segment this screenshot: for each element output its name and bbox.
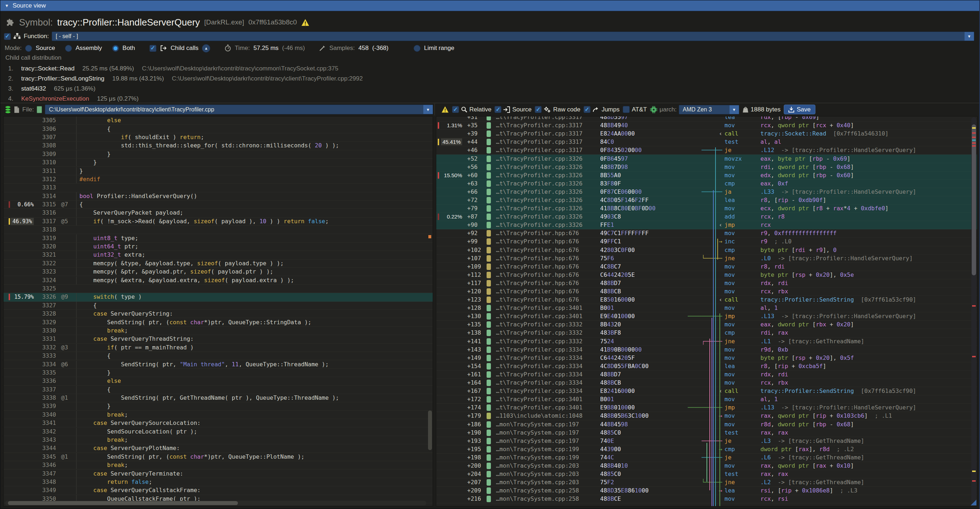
asm-offset[interactable]: +52 — [464, 155, 487, 163]
line-number[interactable]: 3308 — [37, 142, 56, 150]
asm-offset[interactable]: +31 — [464, 116, 487, 121]
asm-offset[interactable]: +174 — [464, 404, 487, 412]
asm-instruction-row[interactable]: 0.22%+87…t\TracyProfiler.cpp:33264903C8a… — [436, 213, 977, 221]
source-line[interactable]: 3344 case ServerQueryPlotName: — [3, 444, 433, 453]
asm-source-location[interactable]: …t\TracyProfiler.cpp:3334 — [496, 379, 600, 387]
line-number[interactable]: 3341 — [37, 419, 56, 427]
child-call-item[interactable]: 2.tracy::Profiler::SendLongString19.88 m… — [5, 74, 976, 84]
asm-offset[interactable]: +120 — [464, 288, 487, 296]
att-checkbox[interactable] — [623, 106, 630, 113]
source-label[interactable]: Source — [512, 106, 531, 113]
file-select[interactable]: C:\Users\wolf\Desktop\darkrl\contrib\tra… — [45, 105, 433, 114]
source-line[interactable]: 3323 memcpy( &ptr, &payload.ptr, sizeof(… — [3, 268, 433, 276]
asm-source-location[interactable]: …t\TracyProfiler.cpp:3326 — [496, 221, 600, 229]
line-number[interactable]: 3316 — [37, 209, 56, 217]
asm-mnemonic[interactable]: inc — [722, 238, 760, 245]
asm-offset[interactable]: +195 — [464, 445, 487, 453]
asm-source-location[interactable]: …t\TracyProfiler.hpp:676 — [496, 238, 600, 245]
asm-offset[interactable]: +123 — [464, 296, 487, 304]
asm-mnemonic[interactable]: je — [722, 146, 760, 154]
asm-offset[interactable]: +112 — [464, 271, 487, 279]
asm-mnemonic[interactable]: call — [722, 130, 760, 138]
asm-source-location[interactable]: …t\TracyProfiler.cpp:3326 — [496, 188, 600, 196]
source-line[interactable]: 3335 } — [3, 369, 433, 377]
source-line[interactable]: 3310 } — [3, 159, 433, 167]
asm-offset[interactable]: +46 — [464, 146, 487, 154]
asm-instruction-row[interactable]: +216…mon\TracySystem.cpp:258488BCEmovrcx… — [436, 495, 977, 503]
source-line[interactable]: 46.93%3317@5 if( !m_sock->Read( &payload… — [3, 218, 433, 226]
asm-mnemonic[interactable]: mov — [722, 205, 760, 212]
source-line[interactable]: 3331 case ServerQueryThreadString: — [3, 335, 433, 343]
asm-source-location[interactable]: …t\TracyProfiler.hpp:676 — [496, 271, 600, 279]
asm-mnemonic[interactable]: mov — [722, 495, 760, 503]
asm-instruction-row[interactable]: 15.50%+60…t\TracyProfiler.cpp:33268B55A0… — [436, 172, 977, 180]
asm-mnemonic[interactable]: mov — [722, 163, 760, 171]
asm-mnemonic[interactable]: lea — [722, 116, 760, 121]
source-line[interactable]: 3348 return false; — [3, 478, 433, 486]
asm-offset[interactable]: +138 — [464, 329, 487, 337]
asm-instruction-row[interactable]: +90…t\TracyProfiler.cpp:3326FFE1‹jmprcx — [436, 221, 977, 229]
asm-instruction-row[interactable]: +109…t\TracyProfiler.hpp:6764C8BC7movr8,… — [436, 263, 977, 271]
source-line[interactable]: 3314bool Profiler::HandleServerQuery() — [3, 192, 433, 200]
asm-mnemonic[interactable]: mov — [722, 321, 760, 329]
line-number[interactable]: 3342 — [37, 428, 56, 436]
asm-offset[interactable]: +141 — [464, 337, 487, 345]
line-number[interactable]: 3333 — [37, 352, 56, 360]
asm-mnemonic[interactable]: mov — [722, 412, 760, 420]
asm-source-location[interactable]: …mon\TracySystem.cpp:203 — [496, 479, 600, 486]
asm-source-location[interactable]: …t\TracyProfiler.cpp:3317 — [496, 130, 600, 138]
asm-offset[interactable]: +167 — [464, 387, 487, 395]
asm-source-location[interactable]: …mon\TracySystem.cpp:203 — [496, 470, 600, 478]
source-line[interactable]: 3307 if( shouldExit ) return; — [3, 134, 433, 142]
chevron-down-icon[interactable]: ▼ — [423, 105, 433, 114]
asm-source-location[interactable]: …t\TracyProfiler.cpp:3334 — [496, 346, 600, 354]
line-number[interactable]: 3320 — [37, 243, 56, 251]
line-number[interactable]: 3331 — [37, 335, 56, 343]
att-label[interactable]: AT&T — [632, 106, 647, 113]
raw-code-checkbox[interactable]: ✓ — [535, 106, 542, 113]
source-hscrollbar-thumb[interactable] — [8, 501, 238, 505]
line-number[interactable]: 3309 — [37, 150, 56, 158]
source-line[interactable]: 3316 ServerQueryPacket payload; — [3, 209, 433, 217]
line-number[interactable]: 3324 — [37, 277, 56, 284]
asm-mnemonic[interactable]: cmp — [722, 445, 760, 453]
mode-assembly-label[interactable]: Assembly — [75, 45, 102, 52]
line-number[interactable]: 3326 — [37, 293, 56, 301]
source-line[interactable]: 3347 case ServerQueryTerminate: — [3, 469, 433, 478]
source-line[interactable]: 3318 — [3, 226, 433, 234]
raw-code-label[interactable]: Raw code — [553, 106, 581, 113]
uarch-select[interactable]: AMD Zen 3 ▼ — [679, 105, 739, 114]
child-calls-label[interactable]: Child calls — [171, 45, 198, 52]
asm-instruction-row[interactable]: +141…t\TracyProfiler.cpp:33327524┌─────j… — [436, 337, 977, 346]
line-number[interactable]: 3338 — [37, 394, 56, 402]
source-line[interactable]: 3324 memcpy( &extra, &payload.extra, siz… — [3, 276, 433, 284]
line-number[interactable]: 3318 — [37, 226, 56, 234]
line-number[interactable]: 3340 — [37, 411, 56, 419]
line-number[interactable]: 3323 — [37, 268, 56, 276]
asm-source-location[interactable]: …t\TracyProfiler.cpp:3317 — [496, 138, 600, 146]
asm-offset[interactable]: +99 — [464, 238, 487, 245]
line-number[interactable]: 3339 — [37, 402, 56, 410]
source-line[interactable]: 3342 SendSourceLocation( ptr ); — [3, 428, 433, 436]
collapse-icon[interactable]: ▼ — [5, 3, 9, 8]
line-number[interactable]: 3335 — [37, 369, 56, 377]
asm-instruction-row[interactable]: +172…t\TracyProfiler.cpp:3401B001moval, … — [436, 395, 977, 404]
line-number[interactable]: 3330 — [37, 327, 56, 335]
asm-instruction-row[interactable]: +117…t\TracyProfiler.hpp:676488BD7movrdx… — [436, 279, 977, 288]
source-line[interactable]: 3339 } — [3, 402, 433, 410]
line-number[interactable]: 3321 — [37, 251, 56, 259]
asm-source-location[interactable]: …t\TracyProfiler.hpp:676 — [496, 296, 600, 304]
mode-radio-both[interactable] — [112, 45, 119, 52]
asm-mnemonic[interactable]: ja — [722, 188, 760, 196]
asm-source-location[interactable]: …t\TracyProfiler.cpp:3317 — [496, 121, 600, 129]
asm-mnemonic[interactable]: call — [722, 296, 760, 304]
line-number[interactable]: 3307 — [37, 134, 56, 141]
asm-source-location[interactable]: …t\TracyProfiler.cpp:3401 — [496, 404, 600, 412]
asm-offset[interactable]: +39 — [464, 130, 487, 138]
asm-source-location[interactable]: …1103\include\atomic:1048 — [496, 412, 600, 420]
line-number[interactable]: 3305 — [37, 116, 56, 124]
source-line[interactable]: 3319 uint8_t type; — [3, 234, 433, 242]
asm-source-location[interactable]: …t\TracyProfiler.cpp:3326 — [496, 213, 600, 221]
asm-offset[interactable]: +109 — [464, 263, 487, 271]
asm-source-location[interactable]: …t\TracyProfiler.hpp:676 — [496, 263, 600, 271]
